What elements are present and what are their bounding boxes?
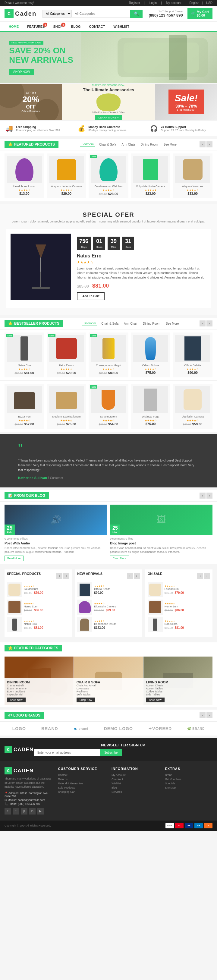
brands-next-button[interactable]: ›: [206, 712, 212, 718]
arrivals-next[interactable]: ›: [134, 573, 140, 579]
product-card[interactable]: Sale Condimentum Watches ★★★★☆ $23.00 $2…: [89, 153, 128, 198]
mini-product[interactable]: ★★★★☆ Natus Erro $85.00 $81.00: [148, 617, 210, 632]
tab-arm-chair[interactable]: Arm Chair: [120, 142, 137, 147]
brand-logo[interactable]: ✦VOREED: [148, 726, 172, 731]
bestseller-prev-button[interactable]: ‹: [200, 320, 206, 326]
newsletter-subscribe-button[interactable]: Subscribe: [100, 749, 122, 756]
product-card[interactable]: Odium Dolore ★★★★☆ $75.00: [131, 332, 171, 377]
twitter-icon[interactable]: t: [13, 808, 19, 815]
footer-link[interactable]: Blog: [111, 786, 159, 789]
footer-link[interactable]: Contact: [58, 773, 106, 776]
nav-item-wishlist[interactable]: WISHLIST: [109, 22, 133, 31]
footer-link[interactable]: Refund & Guarantee: [58, 782, 106, 785]
pinterest-icon[interactable]: p: [21, 808, 27, 815]
mini-product[interactable]: ★★★★☆ Laudantium $86.00 $79.00: [7, 582, 69, 597]
featured-next-button[interactable]: ›: [206, 142, 212, 147]
language-selector[interactable]: English: [189, 1, 199, 5]
featured-prev-button[interactable]: ‹: [200, 142, 206, 147]
mini-product[interactable]: ★★★★☆ Natus Erro $85.00 $81.00: [7, 617, 69, 632]
learn-more-button[interactable]: LEARN MORE »: [95, 115, 122, 120]
mini-product[interactable]: ★★★★☆ Headphone Ipsum $123.00: [77, 617, 139, 632]
logo[interactable]: C Caden: [5, 9, 36, 18]
instagram-icon[interactable]: in: [29, 808, 36, 815]
mini-product[interactable]: ★★★★☆ Officio Debits $90.00: [77, 582, 139, 597]
product-card[interactable]: Ezzur Fen ★★★★☆ $68.00 $52.00: [5, 384, 44, 429]
mini-product[interactable]: ★★★★☆ Nemo Eum $68.00 $86.00: [7, 600, 69, 615]
bs-tab-bedroom[interactable]: Bedroom: [82, 321, 98, 326]
product-card[interactable]: Officio Debitis ★★★★☆ $90.00: [173, 332, 212, 377]
onsale-next[interactable]: ›: [204, 573, 210, 579]
living-room-shop-button[interactable]: Shop Now: [146, 698, 165, 702]
chair-sofa-shop-button[interactable]: Shop Now: [76, 698, 95, 702]
product-card[interactable]: Sale Fatur Earum ★★★★☆ $75.00 $29.00: [47, 332, 87, 377]
special-next[interactable]: ›: [63, 573, 69, 579]
product-card[interactable]: Aliquam Watches ★★★★☆ $33.00: [173, 153, 212, 198]
footer-link[interactable]: Sale Products: [58, 786, 106, 789]
footer-link[interactable]: Shopping Cart: [58, 791, 106, 794]
footer-link[interactable]: Services: [111, 791, 159, 794]
hero-shop-button[interactable]: SHOP NOW: [9, 69, 34, 75]
product-card[interactable]: Vulputate Justo Camera ★★★★★ $23.00: [131, 153, 171, 198]
footer-link[interactable]: Checkout: [111, 778, 159, 781]
read-more-button[interactable]: Read More: [5, 555, 24, 561]
register-link[interactable]: Register: [129, 1, 140, 5]
youtube-icon[interactable]: ▶: [37, 808, 44, 815]
newsletter-email-input[interactable]: [34, 749, 100, 756]
brand-logo[interactable]: BRAND: [41, 726, 58, 731]
product-card[interactable]: Sale Natus Erro ★★★★☆ $85.00 $81.00: [5, 332, 44, 377]
footer-link[interactable]: Brand: [165, 773, 213, 776]
bestseller-next-button[interactable]: ›: [206, 320, 212, 326]
search-input[interactable]: [71, 10, 130, 18]
product-card[interactable]: Dignissim Camera ★★★★☆ $22.00 $59.00: [173, 384, 212, 429]
mini-product[interactable]: ★★★★☆ Dignissim Camera $111.00 $99.00: [77, 600, 139, 615]
account-link[interactable]: My account: [166, 1, 181, 5]
brands-prev-button[interactable]: ‹: [200, 712, 206, 718]
footer-link[interactable]: Wishlist: [111, 782, 159, 785]
nav-item-features[interactable]: FEATURES 2: [23, 22, 49, 31]
brand-logo[interactable]: 🐟 brand: [74, 727, 89, 730]
dining-room-shop-button[interactable]: Shop Now: [7, 698, 25, 702]
product-card[interactable]: Aliquam Lobortis Camera ★★★★☆ $29.00: [47, 153, 87, 198]
brand-logo[interactable]: DEMO LOGO: [104, 726, 133, 731]
footer-link[interactable]: Specials: [165, 782, 213, 785]
mini-product[interactable]: ★★★★☆ Laudantium $86.00 $79.00: [148, 582, 210, 597]
search-button[interactable]: 🔍: [130, 10, 143, 18]
tab-see-more[interactable]: See More: [162, 142, 178, 147]
special-prev[interactable]: ‹: [56, 573, 62, 579]
search-category-select[interactable]: All Categories: [43, 10, 71, 18]
nav-item-contact[interactable]: CONTACT: [85, 22, 109, 31]
nav-item-blog[interactable]: BLOG: [67, 22, 85, 31]
footer-link[interactable]: Site Map: [165, 786, 213, 789]
bs-tab-see-more[interactable]: See More: [164, 321, 180, 326]
footer-link[interactable]: Gift Vouchers: [165, 778, 213, 781]
read-more-button[interactable]: Read More: [110, 555, 129, 561]
arrivals-prev[interactable]: ‹: [127, 573, 133, 579]
product-card[interactable]: Sale St Voluptatem ★★★★☆ $21.00 $54.00: [89, 384, 128, 429]
bs-tab-arm-chair[interactable]: Arm Chair: [122, 321, 139, 326]
product-card[interactable]: Headphone Ipsum ★★★★☆ $13.00: [5, 153, 44, 198]
brand-logo[interactable]: 🌿 BRAND: [187, 727, 204, 730]
tab-bedroom[interactable]: Bedroom: [80, 142, 95, 147]
facebook-icon[interactable]: f: [5, 808, 11, 815]
nav-item-home[interactable]: HOME: [5, 22, 23, 31]
add-to-cart-button[interactable]: Add To Cart: [77, 292, 105, 300]
product-card[interactable]: Distincte Fuga ★★★★☆ $75.00: [131, 384, 171, 429]
new-arrivals-section: NEW ARRIVALS ‹ › ★★★★☆ Officio Debits $9…: [75, 570, 142, 637]
cart-button[interactable]: 🛒 My Cart $0.00: [187, 8, 212, 19]
blog-next-button[interactable]: ›: [206, 493, 212, 499]
mini-product[interactable]: ★★★★☆ Nemo Eum $68.00 $86.00: [148, 600, 210, 615]
product-card[interactable]: Sale Consequuntur Magni ★★★★☆ $85.00 $80…: [89, 332, 128, 377]
footer-link[interactable]: My Account: [111, 773, 159, 776]
bs-tab-dining-room[interactable]: Dining Room: [141, 321, 162, 326]
tab-chair-sofa[interactable]: Chair & Sofa: [98, 142, 118, 147]
brand-logo[interactable]: LOGO: [13, 726, 26, 731]
login-link[interactable]: Login: [149, 1, 157, 5]
nav-item-shop[interactable]: SHOP 3: [49, 22, 67, 31]
bs-tab-chair-sofa[interactable]: Chair & Sofa: [100, 321, 120, 326]
tab-dining-room[interactable]: Dining Room: [139, 142, 160, 147]
currency-selector[interactable]: USD: [206, 1, 212, 5]
blog-prev-button[interactable]: ‹: [200, 493, 206, 499]
onsale-prev[interactable]: ‹: [197, 573, 203, 579]
footer-link[interactable]: Returns: [58, 778, 106, 781]
product-card[interactable]: Medium Exercitationem ★★★★☆ $88.00 $75.0…: [47, 384, 87, 429]
